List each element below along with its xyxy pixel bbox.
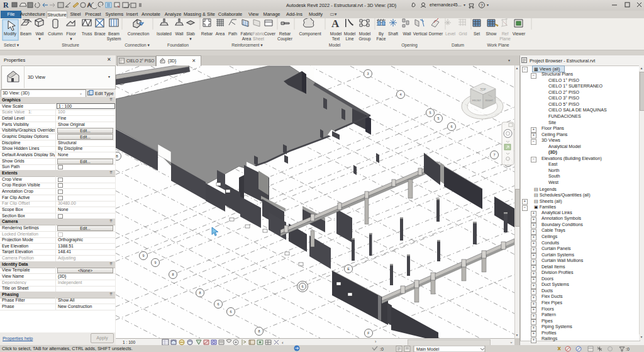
svg-text:A: A (331, 18, 340, 30)
svg-text::0: :0 (626, 347, 630, 351)
svg-text:▾: ▾ (487, 3, 489, 7)
svg-text:9: 9 (142, 254, 144, 258)
svg-text:E: E (347, 267, 350, 271)
svg-text:6: 6 (450, 125, 452, 128)
svg-text:▾: ▾ (464, 3, 465, 7)
svg-text:?: ? (480, 3, 483, 8)
svg-text:TOP: TOP (480, 88, 486, 91)
svg-text:6: 6 (217, 302, 219, 306)
svg-text:B: B (116, 154, 118, 158)
svg-text:RIGHT: RIGHT (486, 99, 494, 102)
svg-text:4: 4 (399, 93, 401, 96)
svg-text:6: 6 (301, 285, 303, 288)
svg-text:8: 8 (199, 291, 201, 295)
svg-text:8: 8 (172, 273, 174, 276)
svg-text:9: 9 (154, 261, 156, 264)
svg-text:R: R (3, 1, 9, 9)
svg-text::0: :0 (380, 347, 384, 351)
svg-text:5: 5 (437, 116, 439, 120)
svg-text:A: A (87, 2, 91, 8)
svg-text:3: 3 (367, 72, 369, 76)
svg-text:7: 7 (493, 153, 495, 157)
svg-text:Main Model: Main Model (416, 347, 440, 351)
svg-text:ehernandez45...: ehernandez45... (430, 3, 462, 7)
svg-text:5: 5 (429, 111, 431, 115)
svg-text:FRONT: FRONT (472, 99, 481, 102)
svg-text:6: 6 (230, 310, 231, 314)
svg-text:8: 8 (258, 329, 260, 333)
